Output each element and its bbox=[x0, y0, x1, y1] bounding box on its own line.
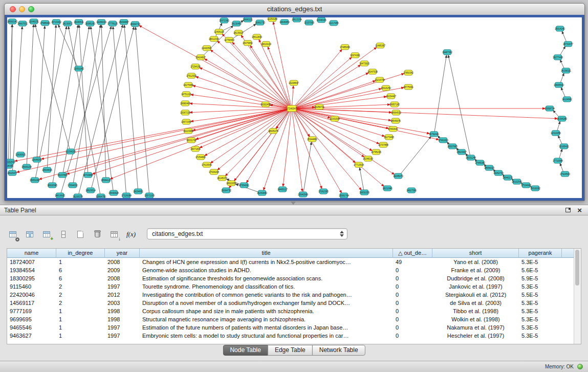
table-row[interactable]: 1456911722003Disruption of a novel membe… bbox=[7, 299, 581, 307]
memory-status-indicator[interactable] bbox=[577, 364, 583, 369]
graph-edge[interactable] bbox=[294, 57, 352, 107]
graph-edge[interactable] bbox=[47, 25, 56, 167]
graph-edge[interactable] bbox=[41, 109, 288, 159]
graph-edge[interactable] bbox=[559, 149, 562, 159]
table-row[interactable]: 946362711997Embryonic stem cells: a mode… bbox=[7, 332, 581, 340]
float-panel-icon[interactable] bbox=[565, 208, 571, 212]
table-row[interactable]: 969969511998Structural magnetic resonanc… bbox=[7, 315, 581, 323]
table-row[interactable]: 911546021997Tourette syndrome. Phenomeno… bbox=[7, 282, 581, 291]
graph-node-label: 17615549 bbox=[202, 164, 212, 166]
graph-edge[interactable] bbox=[10, 25, 12, 159]
graph-edge[interactable] bbox=[560, 163, 563, 171]
table-row[interactable]: 1938455462009Genome-wide association stu… bbox=[7, 266, 581, 274]
graph-edge[interactable] bbox=[434, 55, 446, 132]
table-row[interactable]: 1830029562008Estimation of significance … bbox=[7, 274, 581, 282]
graph-edge[interactable] bbox=[294, 110, 384, 186]
table-row[interactable]: 977716911998Corpus callosum shape and si… bbox=[7, 307, 581, 315]
column-header-year[interactable]: year bbox=[105, 249, 140, 258]
table-toolbar: + ↓ f(x) bbox=[6, 227, 141, 242]
graph-edge[interactable] bbox=[401, 137, 431, 174]
column-header-in-degree[interactable]: in_degree bbox=[56, 249, 105, 258]
table-cell: 19384554 bbox=[7, 266, 56, 274]
table-row[interactable]: 1872400712008Changes of HCN gene express… bbox=[7, 258, 581, 266]
table-cell: Wolkin et al. (1998) bbox=[432, 315, 519, 323]
graph-node-label: 10974381 bbox=[350, 54, 361, 57]
graph-edge[interactable] bbox=[247, 111, 290, 183]
graph-edge[interactable] bbox=[67, 109, 289, 174]
graph-edge[interactable] bbox=[560, 60, 564, 69]
graph-edge[interactable] bbox=[8, 25, 12, 163]
import-table-icon[interactable]: ↓ bbox=[107, 228, 121, 241]
tab-node-table[interactable]: Node Table bbox=[223, 345, 268, 356]
new-document-icon[interactable] bbox=[74, 228, 87, 241]
table-body: 1872400712008Changes of HCN gene express… bbox=[7, 258, 581, 340]
show-columns-icon[interactable] bbox=[23, 228, 36, 241]
graph-edge[interactable] bbox=[295, 81, 376, 108]
table-row[interactable]: 946554611997Estimation of the future num… bbox=[7, 323, 581, 332]
graph-edge[interactable] bbox=[205, 59, 289, 107]
table-scrollbar-thumb[interactable] bbox=[575, 250, 579, 286]
graph-edge[interactable] bbox=[562, 31, 566, 41]
tab-edge-table[interactable]: Edge Table bbox=[268, 345, 313, 356]
graph-edge[interactable] bbox=[292, 86, 294, 106]
create-column-icon[interactable]: + bbox=[40, 228, 53, 241]
graph-node-label: 12707858 bbox=[378, 144, 389, 146]
graph-edge[interactable] bbox=[561, 87, 565, 97]
graph-edge[interactable] bbox=[273, 22, 291, 106]
column-header-title[interactable]: title bbox=[140, 249, 393, 258]
graph-edge[interactable] bbox=[295, 109, 429, 134]
graph-edge[interactable] bbox=[295, 89, 381, 108]
graph-edge[interactable] bbox=[91, 27, 113, 190]
graph-edge[interactable] bbox=[12, 27, 22, 170]
graph-edge[interactable] bbox=[39, 109, 289, 179]
graph-edge[interactable] bbox=[295, 73, 368, 107]
graph-node-label: 12157009 bbox=[304, 21, 315, 24]
table-cell: 1 bbox=[56, 323, 105, 332]
graph-edge[interactable] bbox=[196, 77, 289, 108]
graph-edge[interactable] bbox=[222, 34, 289, 106]
column-header-name[interactable]: name bbox=[7, 249, 56, 258]
close-panel-icon[interactable]: × bbox=[577, 206, 582, 215]
graph-edge[interactable] bbox=[58, 25, 77, 66]
graph-edge[interactable] bbox=[294, 111, 362, 190]
graph-edge[interactable] bbox=[113, 27, 126, 193]
graph-edge[interactable] bbox=[557, 122, 560, 131]
graph-edge[interactable] bbox=[553, 111, 559, 117]
table-cell: Tibbo et al. (1998) bbox=[432, 307, 519, 315]
table-row[interactable]: 2242004622012Investigating the contribut… bbox=[7, 291, 581, 299]
column-header-short[interactable]: short bbox=[432, 249, 519, 258]
graph-edge[interactable] bbox=[61, 27, 111, 193]
network-canvas[interactable]: 1856014319667532120462311758599315723402… bbox=[7, 17, 582, 198]
graph-edge[interactable] bbox=[27, 25, 33, 164]
function-builder-icon[interactable]: f(x) bbox=[124, 228, 138, 241]
graph-edge[interactable] bbox=[124, 25, 138, 189]
table-scrollbar[interactable] bbox=[574, 249, 581, 344]
graph-edge[interactable] bbox=[448, 55, 470, 155]
graph-node-label: 12758463 bbox=[224, 39, 235, 41]
tab-network-table[interactable]: Network Table bbox=[312, 345, 365, 356]
table-selector-dropdown[interactable]: citations_edges.txt bbox=[147, 228, 347, 239]
graph-edge[interactable] bbox=[295, 47, 377, 107]
graph-edge[interactable] bbox=[92, 27, 134, 188]
graph-node-label: 15914240 bbox=[555, 28, 565, 30]
graph-edge[interactable] bbox=[558, 136, 562, 144]
table-cell: Dudbridge et al. (2008) bbox=[432, 274, 519, 282]
table-options-icon[interactable] bbox=[6, 228, 19, 241]
graph-edge[interactable] bbox=[560, 47, 565, 55]
graph-edge[interactable] bbox=[101, 25, 106, 178]
row-view-icon[interactable] bbox=[57, 228, 70, 241]
graph-edge[interactable] bbox=[283, 111, 291, 186]
graph-edge[interactable] bbox=[294, 111, 342, 193]
delete-column-icon[interactable] bbox=[91, 228, 104, 241]
graph-edge[interactable] bbox=[35, 25, 70, 149]
column-header-pagerank[interactable]: pagerank bbox=[519, 249, 562, 258]
graph-edge[interactable] bbox=[136, 27, 149, 193]
column-header-out-degree[interactable]: △ out_de… bbox=[393, 249, 432, 258]
graph-edge[interactable] bbox=[560, 73, 564, 82]
graph-edge[interactable] bbox=[360, 168, 364, 190]
graph-edge[interactable] bbox=[17, 109, 288, 172]
graph-node-label: 14612839 bbox=[252, 36, 263, 38]
graph-node-label: 16473920 bbox=[359, 62, 370, 65]
graph-edge[interactable] bbox=[293, 111, 322, 189]
window-titlebar[interactable]: citations_edges.txt bbox=[5, 4, 584, 15]
